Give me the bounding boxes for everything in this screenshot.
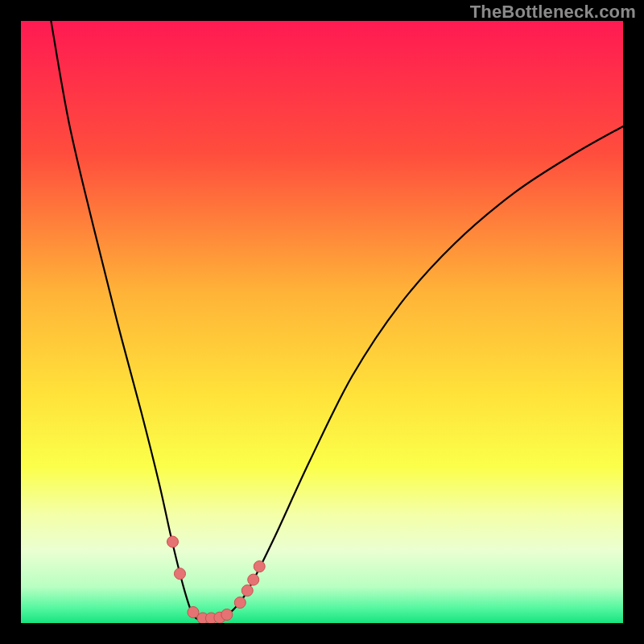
watermark-text: TheBottleneck.com bbox=[470, 2, 636, 23]
gradient-background bbox=[21, 21, 623, 623]
data-marker bbox=[248, 574, 259, 585]
data-marker bbox=[174, 568, 185, 580]
data-marker bbox=[234, 597, 246, 609]
chart-frame: { "watermark": "TheBottleneck.com", "cha… bbox=[0, 0, 644, 644]
data-marker bbox=[254, 561, 265, 572]
bottleneck-chart bbox=[21, 21, 623, 623]
data-marker bbox=[188, 607, 199, 618]
data-marker bbox=[221, 609, 233, 621]
data-marker bbox=[167, 536, 179, 547]
data-marker bbox=[242, 585, 253, 597]
